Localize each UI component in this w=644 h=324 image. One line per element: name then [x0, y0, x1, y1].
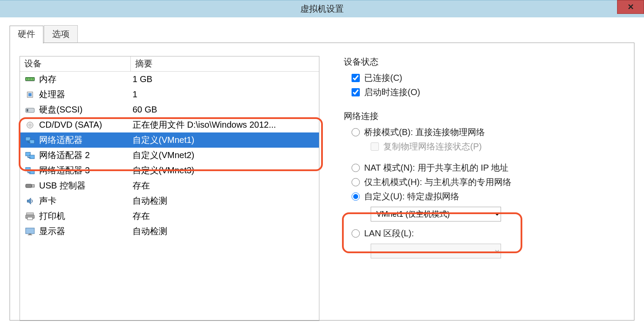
col-header-summary[interactable]: 摘要 [131, 56, 319, 71]
printer-icon [24, 212, 36, 221]
device-summary: 1 GB [133, 74, 319, 84]
radio-lan-segment[interactable]: LAN 区段(L): [352, 228, 624, 239]
device-name: 网络适配器 [39, 134, 133, 146]
usb-icon [24, 181, 36, 191]
radio-bridged-input[interactable] [352, 128, 360, 136]
tab-options[interactable]: 选项 [44, 25, 78, 43]
radio-nat-label: NAT 模式(N): 用于共享主机的 IP 地址 [364, 162, 508, 174]
device-summary: 60 GB [133, 105, 319, 115]
checkbox-replicate-label: 复制物理网络连接状态(P) [383, 141, 482, 152]
device-summary: 自定义(VMnet1) [133, 134, 319, 146]
lan-segment-select [371, 244, 501, 258]
device-name: 声卡 [39, 195, 133, 207]
sound-icon [24, 196, 36, 206]
group-network-connection: 网络连接 桥接模式(B): 直接连接物理网络 复制物理网络连接状态(P) NAT… [341, 110, 624, 258]
device-row[interactable]: CD/DVD (SATA)正在使用文件 D:\iso\Windows 2012.… [20, 117, 319, 132]
group-title-network: 网络连接 [341, 110, 624, 122]
custom-vmnet-select[interactable]: VMnet1 (仅主机模式) [371, 207, 501, 222]
device-list: 设备 摘要 内存1 GB处理器1硬盘(SCSI)60 GBCD/DVD (SAT… [20, 56, 319, 321]
group-device-state: 设备状态 已连接(C) 启动时连接(O) [341, 56, 624, 98]
device-row[interactable]: 内存1 GB [20, 72, 319, 87]
content: 硬件 选项 设备 摘要 内存1 GB处理器1硬盘(SCSI)60 GBCD/DV… [0, 17, 644, 324]
device-row[interactable]: 硬盘(SCSI)60 GB [20, 102, 319, 117]
device-summary: 自定义(VMnet2) [133, 149, 319, 161]
device-name: USB 控制器 [39, 180, 133, 192]
checkbox-connected[interactable]: 已连接(C) [352, 72, 624, 84]
radio-lan-segment-input[interactable] [352, 229, 360, 238]
checkbox-replicate: 复制物理网络连接状态(P) [371, 141, 624, 152]
radio-hostonly-input[interactable] [352, 178, 360, 186]
device-summary: 自定义(VMnet3) [133, 165, 319, 176]
tab-hardware[interactable]: 硬件 [10, 26, 43, 43]
cd-icon [24, 120, 36, 130]
net-icon [24, 136, 36, 145]
device-row[interactable]: 网络适配器 3自定义(VMnet3) [20, 163, 319, 178]
window-title: 虚拟机设置 [300, 3, 344, 15]
group-title-device-state: 设备状态 [341, 56, 624, 68]
col-header-device[interactable]: 设备 [20, 56, 131, 71]
radio-hostonly-label: 仅主机模式(H): 与主机共享的专用网络 [364, 176, 511, 188]
right-column: 设备状态 已连接(C) 启动时连接(O) 网络连接 [341, 56, 624, 311]
left-column: 设备 摘要 内存1 GB处理器1硬盘(SCSI)60 GBCD/DVD (SAT… [20, 56, 319, 311]
checkbox-connect-start-input[interactable] [352, 88, 360, 96]
device-name: 网络适配器 3 [39, 165, 133, 176]
device-summary: 1 [133, 89, 319, 99]
device-name: 显示器 [39, 225, 133, 237]
net-icon [24, 151, 36, 160]
device-row[interactable]: 显示器自动检测 [20, 224, 319, 239]
device-name: CD/DVD (SATA) [39, 120, 133, 130]
close-button[interactable] [617, 0, 644, 14]
device-summary: 正在使用文件 D:\iso\Windows 2012... [133, 119, 319, 131]
radio-bridged[interactable]: 桥接模式(B): 直接连接物理网络 [352, 126, 624, 138]
device-row[interactable]: 处理器1 [20, 87, 319, 102]
device-row[interactable]: USB 控制器存在 [20, 178, 319, 193]
memory-icon [24, 75, 36, 84]
checkbox-connect-start[interactable]: 启动时连接(O) [352, 86, 624, 98]
net-icon [24, 166, 36, 175]
tabs: 硬件 选项 [10, 25, 634, 43]
radio-lan-segment-label: LAN 区段(L): [364, 228, 414, 239]
radio-custom[interactable]: 自定义(U): 特定虚拟网络 [352, 191, 624, 202]
device-row[interactable]: 声卡自动检测 [20, 193, 319, 208]
device-name: 网络适配器 2 [39, 149, 133, 161]
device-name: 内存 [39, 73, 133, 85]
radio-nat-input[interactable] [352, 164, 360, 172]
device-row[interactable]: 网络适配器 2自定义(VMnet2) [20, 148, 319, 163]
checkbox-connect-start-label: 启动时连接(O) [364, 86, 420, 98]
checkbox-replicate-input [371, 142, 379, 151]
disk-icon [24, 105, 36, 115]
titlebar: 虚拟机设置 [0, 0, 644, 17]
cpu-icon [24, 90, 36, 99]
device-name: 硬盘(SCSI) [39, 104, 133, 116]
radio-bridged-label: 桥接模式(B): 直接连接物理网络 [364, 126, 485, 138]
checkbox-connected-input[interactable] [352, 74, 360, 82]
device-row[interactable]: 网络适配器自定义(VMnet1) [20, 132, 319, 148]
radio-hostonly[interactable]: 仅主机模式(H): 与主机共享的专用网络 [352, 176, 624, 188]
device-row[interactable]: 打印机存在 [20, 208, 319, 224]
device-summary: 存在 [133, 180, 319, 192]
radio-nat[interactable]: NAT 模式(N): 用于共享主机的 IP 地址 [352, 162, 624, 174]
device-name: 打印机 [39, 210, 133, 222]
display-icon [24, 227, 36, 236]
device-summary: 存在 [133, 210, 319, 222]
device-summary: 自动检测 [133, 195, 319, 207]
device-list-header: 设备 摘要 [20, 56, 319, 72]
tabpanel-hardware: 设备 摘要 内存1 GB处理器1硬盘(SCSI)60 GBCD/DVD (SAT… [10, 43, 634, 321]
radio-custom-input[interactable] [352, 192, 360, 201]
checkbox-connected-label: 已连接(C) [364, 72, 402, 84]
device-name: 处理器 [39, 89, 133, 100]
device-summary: 自动检测 [133, 225, 319, 237]
radio-custom-label: 自定义(U): 特定虚拟网络 [364, 191, 459, 202]
